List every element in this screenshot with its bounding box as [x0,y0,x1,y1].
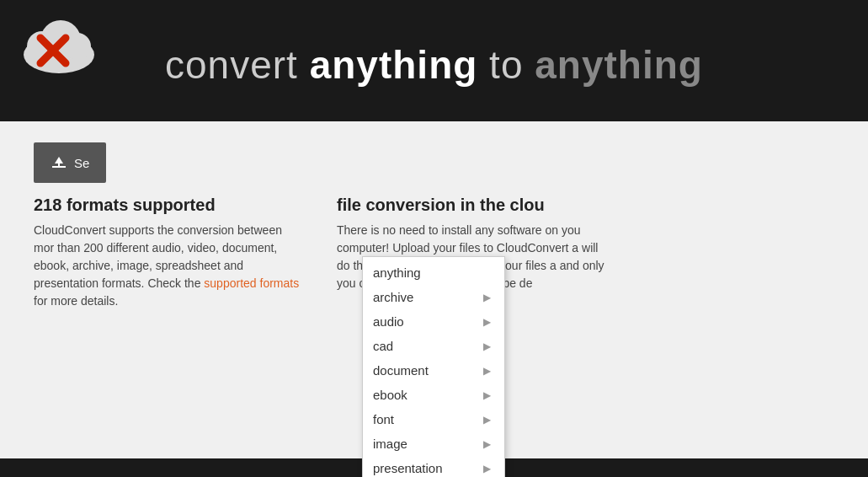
logo-cloud [17,8,93,63]
svg-marker-7 [55,157,63,166]
headline-text-middle: to [477,43,535,87]
svg-rect-6 [52,166,66,168]
dropdown-item[interactable]: archive▶ [363,285,504,309]
dropdown-item[interactable]: image▶ [363,431,504,456]
right-section-title: file conversion in the clou [337,196,606,215]
dropdown-item-label: image [373,437,407,451]
dropdown-item[interactable]: document▶ [363,358,504,383]
dropdown-item-label: anything [373,265,421,280]
dropdown-item[interactable]: anything [363,260,504,285]
left-section: 218 formats supported CloudConvert suppo… [34,196,303,310]
dropdown-item[interactable]: ebook▶ [363,383,504,407]
dropdown-item-label: cad [373,339,393,353]
select-file-button[interactable]: Se [34,142,106,183]
dropdown-item-label: font [373,412,394,426]
dropdown-item-label: presentation [373,461,443,475]
dropdown-list: anythingarchive▶audio▶cad▶document▶ebook… [363,257,504,477]
submenu-arrow-icon: ▶ [483,389,491,401]
submenu-arrow-icon: ▶ [483,365,491,377]
supported-formats-link[interactable]: supported formats [204,276,299,290]
submenu-arrow-icon: ▶ [483,414,491,426]
select-row: Se [34,142,834,183]
headline-bold2: anything [535,43,703,87]
dropdown-menu: anythingarchive▶audio▶cad▶document▶ebook… [362,256,505,477]
headline-bold1: anything [310,43,478,87]
dropdown-item-label: archive [373,290,413,304]
submenu-arrow-icon: ▶ [483,292,491,303]
left-section-title: 218 formats supported [34,196,303,215]
header: convert anything to anything [0,0,868,121]
dropdown-item-label: document [373,363,429,378]
dropdown-item[interactable]: font▶ [363,407,504,431]
headline: convert anything to anything [165,17,703,105]
upload-icon [51,154,67,171]
dropdown-item-label: audio [373,314,404,329]
dropdown-item-label: ebook [373,388,407,402]
submenu-arrow-icon: ▶ [483,316,491,328]
select-button-label: Se [74,156,89,170]
dropdown-item[interactable]: presentation▶ [363,456,504,477]
dropdown-item[interactable]: cad▶ [363,334,504,358]
main-content: Se anythingarchive▶audio▶cad▶document▶eb… [0,121,868,458]
headline-text-start: convert [165,43,310,87]
logo [17,8,101,84]
submenu-arrow-icon: ▶ [483,463,491,474]
left-section-text: CloudConvert supports the conversion bet… [34,222,303,310]
cloud-svg [17,8,101,76]
submenu-arrow-icon: ▶ [483,340,491,352]
submenu-arrow-icon: ▶ [483,438,491,450]
dropdown-item[interactable]: audio▶ [363,309,504,334]
